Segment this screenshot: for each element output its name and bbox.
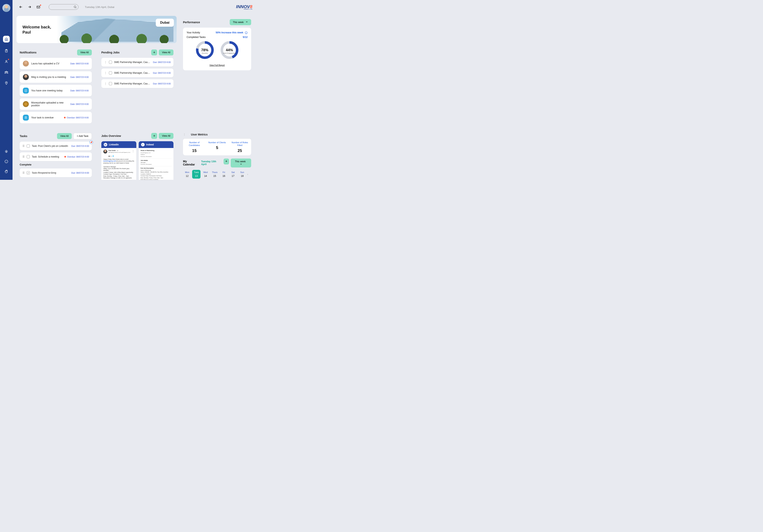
task-row[interactable]: ☰ Task: Schedule a meeting Overdue: 08/0… [20, 153, 92, 161]
calendar-next-button[interactable]: › [247, 173, 251, 176]
task-checkbox[interactable] [27, 155, 30, 158]
sidebar [0, 0, 13, 180]
indeed-job-card[interactable]: iIndeed Head of Marketing Innov8 Agency … [139, 141, 174, 180]
pending-jobs-add-button[interactable]: + [151, 50, 157, 55]
notification-meta: Date: 08/07/23 8:00 [70, 103, 89, 105]
smile-icon [245, 31, 248, 34]
tasks-title: Tasks [20, 135, 28, 138]
notification-row[interactable]: Meg is inviting you to a meeting Date: 0… [20, 71, 92, 83]
search-input[interactable] [49, 4, 78, 10]
day-number: 13 [192, 174, 200, 177]
drag-handle-icon[interactable]: ☰ [23, 145, 25, 148]
donut-chart: 44% Less Engagement [220, 41, 239, 60]
completed-value: 5/12 [243, 36, 248, 39]
nav-wave-icon[interactable] [4, 169, 9, 174]
notification-meta: Date: 08/07/23 8:00 [70, 62, 89, 65]
tasks-view-all-button[interactable]: View All [57, 133, 72, 139]
nav-settings-icon[interactable] [4, 149, 9, 154]
metric-label: Number of Clients [207, 141, 227, 144]
more-icon[interactable]: ⋮ [132, 150, 134, 153]
drag-handle-icon[interactable]: ☰ [23, 171, 25, 174]
job-due: Due: 08/07/23 8:00 [153, 72, 171, 74]
date-location: Tuesday 13th April, Dubai [85, 6, 114, 9]
pending-job-row[interactable]: ⋮ SME Partnership Manager, Caudwell Chil… [101, 58, 173, 66]
task-meta: Due: 08/07/23 8:00 [71, 172, 89, 174]
job-due: Due: 08/07/23 8:00 [153, 61, 171, 63]
task-row[interactable]: 📌 ☰ Task: Post Client's job on LinkedIn … [20, 142, 92, 151]
forward-button[interactable] [27, 5, 32, 9]
job-checkbox[interactable] [109, 60, 112, 64]
drag-handle-icon[interactable]: ☰ [23, 156, 25, 158]
notification-row[interactable]: Moneyshake uploaded a new position Date:… [20, 98, 92, 110]
notification-text: Moneyshake uploaded a new position [31, 101, 68, 107]
activity-value: 50% Increase this week [216, 31, 248, 34]
calendar-day[interactable]: Sun 18 [238, 171, 246, 177]
task-text: Task: Post Client's job on LinkedIn [32, 145, 69, 148]
jobs-overview-view-all-button[interactable]: View All [159, 133, 173, 139]
calendar-day[interactable]: Wed 14 [201, 171, 210, 177]
drag-handle-icon[interactable]: ⋮ [104, 82, 107, 85]
drag-handle-icon[interactable]: ⋮ [104, 71, 107, 74]
day-name: Thurs [210, 171, 219, 173]
notification-icon [23, 115, 29, 121]
completed-task-row[interactable]: ☰ Task: Respond to Greg Due: 08/07/23 8:… [20, 168, 92, 177]
nav-location-icon[interactable] [4, 81, 9, 85]
hero-trees-image [52, 31, 177, 43]
metric-value: 25 [230, 149, 250, 153]
calendar-range-dropdown[interactable]: This week [231, 159, 251, 167]
pending-jobs-title: Pending Jobs [101, 51, 120, 54]
notification-row[interactable]: Laura has uploaded a CV Date: 08/07/23 8… [20, 58, 92, 69]
indeed-icon: i [141, 143, 145, 147]
notification-row[interactable]: You have one meeting today Date: 08/07/2… [20, 85, 92, 96]
task-checkbox[interactable] [27, 171, 30, 174]
nav-home-icon[interactable] [3, 36, 10, 43]
job-checkbox[interactable] [109, 71, 112, 74]
notification-icon [23, 101, 29, 107]
day-name: Wed [201, 171, 210, 173]
back-button[interactable] [19, 5, 23, 9]
jobs-overview-add-button[interactable]: + [151, 133, 157, 139]
task-meta: Due: 08/07/23 8:00 [71, 145, 89, 147]
task-checkbox[interactable] [27, 145, 30, 148]
drag-handle-icon[interactable]: ⋮ [104, 60, 107, 64]
calendar-day[interactable]: Mon 12 [183, 171, 191, 177]
pending-job-row[interactable]: ⋮ SME Partnership Manager, Caudwell Chil… [101, 68, 173, 77]
pending-jobs-view-all-button[interactable]: View All [159, 50, 173, 55]
calendar-day[interactable]: Sat 17 [229, 171, 237, 177]
donut-sublabel: Less Engagement [220, 52, 239, 54]
nav-clipboard-icon[interactable] [4, 49, 9, 53]
task-text: Task: Respond to Greg [32, 171, 69, 174]
nav-info-icon[interactable] [4, 159, 9, 164]
pending-job-row[interactable]: ⋮ SME Partnership Manager, Caudwell Chil… [101, 79, 173, 88]
view-full-report-link[interactable]: View Full Report [209, 64, 225, 66]
calendar-add-button[interactable]: + [224, 159, 229, 164]
linkedin-job-card[interactable]: inLinkedIn Paul Smith · 1st Managing Dir… [101, 141, 136, 180]
notification-meta: Overdue: 08/07/23 8:00 [64, 116, 89, 119]
day-name: Sat [229, 171, 237, 173]
calendar-day[interactable]: Thurs 15 [210, 171, 219, 177]
notification-row[interactable]: Your task is overdue Overdue: 08/07/23 8… [20, 112, 92, 123]
notifications-view-all-button[interactable]: View All [77, 50, 92, 55]
add-task-button[interactable]: + Add Task [73, 133, 92, 139]
day-name: Mon [183, 171, 191, 173]
pin-icon: 📌 [89, 141, 93, 144]
drag-handle-icon[interactable]: ⋮ [183, 133, 186, 136]
chevron-down-icon [240, 163, 242, 165]
metric-value: 5 [207, 146, 227, 150]
mail-button[interactable] [36, 5, 41, 9]
notification-meta: Date: 08/07/23 8:00 [70, 89, 89, 92]
calendar-title: My Calendar [183, 160, 199, 166]
search-icon [73, 5, 77, 9]
job-checkbox[interactable] [109, 82, 112, 85]
performance-title: Performance [183, 21, 200, 24]
calendar-day[interactable]: Fri 16 [220, 171, 228, 177]
performance-range-dropdown[interactable]: This week [230, 19, 251, 25]
calendar-day[interactable]: Tues 13 [192, 170, 200, 178]
day-number: 18 [238, 174, 246, 177]
notification-icon [23, 88, 29, 94]
svg-point-4 [7, 72, 8, 72]
avatar[interactable] [2, 4, 10, 12]
donut-sublabel: Success [195, 52, 214, 54]
nav-user-icon[interactable] [4, 59, 9, 64]
nav-team-icon[interactable] [4, 70, 9, 75]
